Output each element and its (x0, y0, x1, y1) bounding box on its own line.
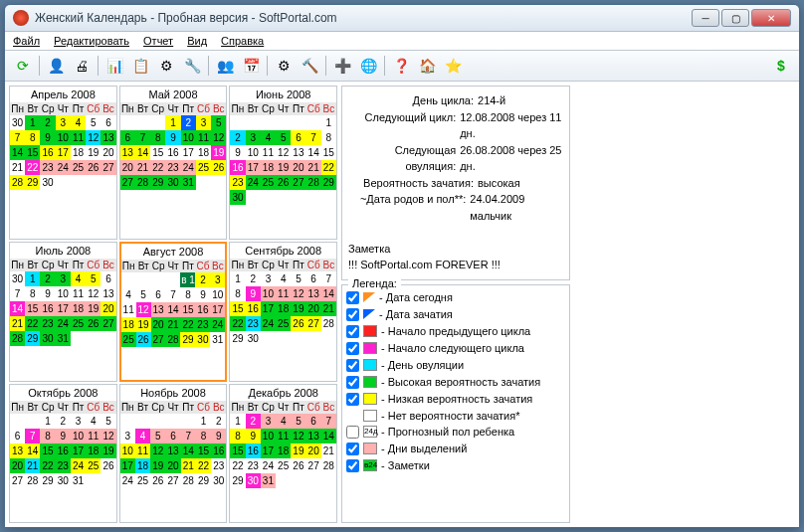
day-cell[interactable]: 23 (165, 160, 180, 175)
day-cell[interactable]: 8 (40, 429, 55, 443)
user-icon[interactable]: 👤 (44, 54, 68, 78)
day-cell[interactable]: 29 (196, 473, 211, 488)
day-cell[interactable]: 24 (120, 473, 135, 488)
day-cell[interactable]: 9 (246, 429, 261, 443)
day-cell[interactable]: 26 (136, 332, 151, 347)
day-cell[interactable]: 3 (261, 271, 276, 286)
day-cell[interactable]: 16 (40, 145, 55, 160)
day-cell[interactable]: 30 (165, 175, 180, 190)
day-cell[interactable]: 19 (291, 443, 305, 458)
day-cell[interactable]: 30 (10, 271, 25, 286)
day-cell[interactable]: 22 (230, 458, 245, 473)
legend-cb-high[interactable] (346, 376, 359, 389)
day-cell[interactable]: 5 (136, 287, 151, 302)
day-cell[interactable]: 4 (276, 271, 291, 286)
day-cell[interactable]: 23 (230, 175, 245, 190)
calendar-icon[interactable]: 📅 (239, 54, 263, 78)
day-cell[interactable]: 7 (321, 414, 336, 429)
day-cell[interactable]: 15 (25, 145, 40, 160)
day-cell[interactable]: 15 (230, 301, 245, 316)
day-cell[interactable]: 19 (86, 301, 100, 316)
day-cell[interactable]: 26 (100, 458, 115, 473)
day-cell[interactable]: 13 (151, 302, 166, 317)
day-cell[interactable]: 28 (166, 332, 181, 347)
day-cell[interactable]: 18 (135, 458, 150, 473)
user2-icon[interactable]: 👥 (213, 54, 237, 78)
day-cell[interactable]: 4 (86, 414, 100, 429)
help-icon[interactable]: ❓ (389, 54, 413, 78)
day-cell[interactable]: 22 (230, 316, 245, 331)
day-cell[interactable]: 9 (230, 145, 245, 160)
day-cell[interactable]: 6 (165, 429, 180, 443)
day-cell[interactable]: 21 (10, 160, 25, 175)
day-cell[interactable]: 11 (276, 429, 291, 443)
day-cell[interactable]: 14 (10, 145, 25, 160)
day-cell[interactable]: 15 (25, 301, 40, 316)
wrench-icon[interactable]: 🔨 (298, 54, 321, 78)
day-cell[interactable]: 12 (150, 443, 165, 458)
menu-edit[interactable]: Редактировать (54, 35, 129, 47)
day-cell[interactable]: 8 (25, 130, 40, 145)
day-cell[interactable]: 16 (230, 160, 245, 175)
day-cell[interactable]: 28 (10, 175, 25, 190)
day-cell[interactable]: 22 (180, 317, 195, 332)
day-cell[interactable]: 11 (71, 286, 86, 301)
day-cell[interactable]: 29 (25, 331, 40, 346)
day-cell[interactable]: 17 (120, 458, 135, 473)
day-cell[interactable]: 3 (196, 115, 211, 130)
day-cell[interactable]: 22 (25, 160, 40, 175)
day-cell[interactable]: 18 (276, 301, 291, 316)
day-cell[interactable]: 14 (181, 443, 196, 458)
day-cell[interactable]: 24 (181, 160, 196, 175)
day-cell[interactable]: 5 (211, 115, 226, 130)
day-cell[interactable]: 11 (86, 429, 100, 443)
day-cell[interactable]: 4 (261, 130, 276, 145)
day-cell[interactable]: 14 (25, 443, 40, 458)
day-cell[interactable]: 19 (276, 160, 291, 175)
day-cell[interactable]: 28 (10, 331, 25, 346)
legend-cb-conception[interactable] (346, 308, 359, 321)
day-cell[interactable]: 18 (121, 317, 136, 332)
legend-cb-low[interactable] (346, 393, 359, 406)
day-cell[interactable]: 12 (291, 429, 305, 443)
day-cell[interactable]: 11 (196, 130, 211, 145)
day-cell[interactable]: 17 (210, 302, 225, 317)
report-icon[interactable]: 📋 (128, 54, 152, 78)
day-cell[interactable]: 20 (100, 301, 115, 316)
day-cell[interactable]: 26 (291, 316, 305, 331)
day-cell[interactable]: 24 (246, 175, 261, 190)
day-cell[interactable]: 30 (40, 175, 55, 190)
legend-cb-next[interactable] (346, 342, 359, 355)
day-cell[interactable]: 2 (246, 414, 261, 429)
day-cell[interactable]: 12 (100, 429, 115, 443)
day-cell[interactable]: 22 (321, 160, 336, 175)
day-cell[interactable]: 26 (150, 473, 165, 488)
day-cell[interactable]: 27 (100, 160, 115, 175)
day-cell[interactable]: 29 (25, 175, 40, 190)
day-cell[interactable]: 5 (150, 429, 165, 443)
day-cell[interactable]: 16 (246, 443, 261, 458)
day-cell[interactable]: 28 (135, 175, 150, 190)
day-cell[interactable]: 19 (150, 458, 165, 473)
day-cell[interactable]: 6 (10, 429, 25, 443)
day-cell[interactable]: 1 (25, 115, 40, 130)
day-cell[interactable]: 20 (100, 145, 115, 160)
day-cell[interactable]: 21 (181, 458, 196, 473)
day-cell[interactable]: 9 (165, 130, 180, 145)
day-cell[interactable]: 1 (196, 414, 211, 429)
day-cell[interactable]: 21 (135, 160, 150, 175)
day-cell[interactable]: 2 (195, 272, 210, 287)
day-cell[interactable]: 7 (321, 271, 336, 286)
day-cell[interactable]: 16 (165, 145, 180, 160)
day-cell[interactable]: 9 (40, 130, 55, 145)
day-cell[interactable]: 16 (56, 443, 71, 458)
day-cell[interactable]: 27 (120, 175, 135, 190)
day-cell[interactable]: 20 (306, 443, 321, 458)
day-cell[interactable]: 15 (40, 443, 55, 458)
day-cell[interactable]: 11 (71, 130, 86, 145)
day-cell[interactable]: 29 (150, 175, 165, 190)
day-cell[interactable]: 24 (210, 317, 225, 332)
day-cell[interactable]: 25 (196, 160, 211, 175)
day-cell[interactable]: 10 (181, 130, 196, 145)
star-icon[interactable]: ⭐ (441, 54, 465, 78)
